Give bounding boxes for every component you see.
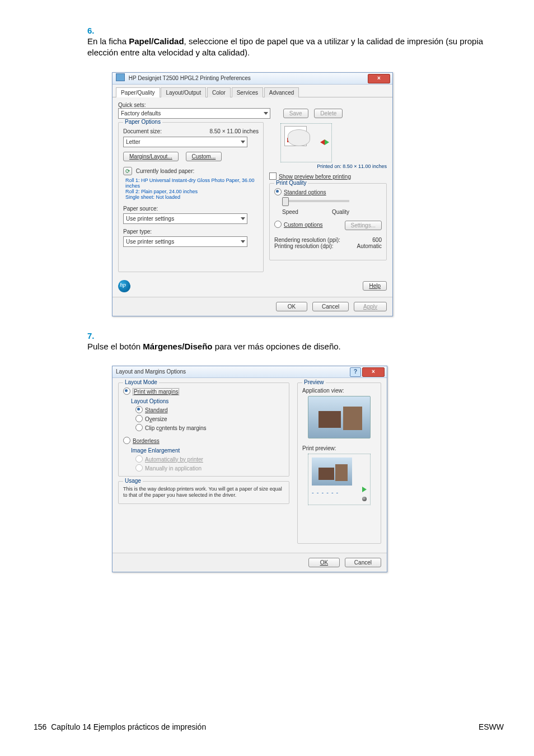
close-button-2[interactable]: × (362, 367, 385, 377)
currently-loaded-label: Currently loaded paper: (136, 168, 195, 174)
quick-sets-label: Quick sets: (118, 102, 387, 108)
close-button[interactable]: × (368, 74, 390, 83)
print-preview-image: - - - - - - (308, 454, 371, 505)
usage-group: Usage This is the way desktop printers w… (118, 481, 289, 504)
paper-type-label: Paper type: (123, 228, 259, 235)
quick-sets-dropdown[interactable]: Factory defaults (118, 108, 270, 119)
application-view-image (308, 396, 371, 438)
cancel-button-2[interactable]: Cancel (345, 558, 381, 567)
loaded-paper-list: Roll 1: HP Universal Instant-dry Gloss P… (125, 178, 259, 200)
cancel-button[interactable]: Cancel (312, 302, 349, 311)
roll-icon (362, 497, 367, 501)
document-size-value: 8.50 × 11.00 inches (209, 128, 259, 134)
dialog1-title: HP Designjet T2500 HPGL2 Printing Prefer… (129, 75, 251, 81)
borderless-label: Borderless (133, 438, 160, 444)
standard-options-label: Standard options (284, 189, 326, 195)
standard-options-radio[interactable] (274, 188, 282, 195)
print-quality-label: Print Quality (274, 180, 308, 186)
help-button[interactable]: Help (363, 281, 387, 291)
rendering-res-label: Rendering resolution (ppi): (274, 237, 340, 243)
show-preview-checkbox[interactable] (269, 172, 277, 180)
layout-mode-label: Layout Mode (123, 379, 159, 385)
layout-options-label: Layout Options (131, 398, 284, 404)
paper-source-dropdown[interactable]: Use printer settings (123, 213, 247, 224)
layout-margins-dialog: Layout and Margins Options ? × Layout Mo… (112, 366, 387, 572)
dialog1-tabs: Paper/Quality Layout/Output Color Servic… (113, 85, 392, 97)
delete-button[interactable]: Delete (314, 109, 343, 118)
custom-button[interactable]: Custom... (186, 152, 222, 161)
refresh-loaded-paper-button[interactable]: ⟳ (123, 167, 132, 175)
page-preview (280, 123, 332, 162)
auto-by-printer-label: Automatically by printer (145, 456, 203, 463)
tab-services[interactable]: Services (232, 87, 263, 97)
speed-label: Speed (282, 209, 298, 215)
document-size-dropdown[interactable]: Letter (123, 137, 247, 147)
tab-layout-output[interactable]: Layout/Output (161, 87, 206, 97)
print-with-margins-radio[interactable] (123, 388, 130, 395)
print-with-margins-label: Print with margins (133, 388, 179, 395)
print-quality-group: Print Quality Standard options Speed Qua… (269, 183, 387, 260)
refresh-icon: ⟳ (125, 168, 130, 174)
dialog2-titlebar[interactable]: Layout and Margins Options ? × (113, 366, 387, 378)
hp-logo-icon (118, 280, 130, 292)
printed-on-label: Printed on: 8.50 × 11.00 inches (269, 164, 387, 169)
step-6: 6. En la ficha Papel/Calidad, seleccione… (87, 26, 506, 59)
dialog2-title: Layout and Margins Options (116, 368, 186, 375)
paper-source-label: Paper source: (123, 206, 259, 212)
clip-contents-radio[interactable] (135, 424, 143, 431)
help-icon[interactable]: ? (350, 367, 361, 377)
application-view-label: Application view: (302, 388, 376, 394)
printer-icon (116, 73, 125, 81)
preview-group: Preview Application view: Print preview:… (297, 382, 381, 544)
arrow-icon (325, 139, 329, 145)
save-button[interactable]: Save (283, 109, 308, 118)
manual-in-app-radio (135, 464, 143, 472)
show-preview-label: Show preview before printing (279, 174, 351, 180)
apply-button[interactable]: Apply (354, 302, 387, 311)
settings-button[interactable]: Settings... (345, 221, 382, 230)
tab-advanced[interactable]: Advanced (264, 87, 299, 97)
clip-contents-label: Clip contents by margins (145, 425, 207, 431)
step-7: 7. Pulse el botón Márgenes/Diseño para v… (87, 331, 506, 352)
document-size-label: Document size: (123, 128, 162, 134)
tab-color[interactable]: Color (207, 87, 231, 97)
standard-label: Standard (145, 407, 168, 413)
quality-slider[interactable] (282, 200, 349, 202)
tab-paper-quality[interactable]: Paper/Quality (116, 87, 160, 97)
quality-label: Quality (332, 209, 349, 215)
step-6-text: En la ficha Papel/Calidad, seleccione el… (87, 36, 496, 59)
ok-button-2[interactable]: OK (308, 558, 340, 567)
standard-radio[interactable] (135, 406, 143, 413)
paper-options-group: Paper Options Document size: 8.50 × 11.0… (118, 122, 264, 272)
ok-button[interactable]: OK (276, 302, 307, 311)
rendering-res-value: 600 (372, 237, 382, 243)
auto-by-printer-radio (135, 455, 143, 463)
preview-label: Preview (302, 379, 326, 385)
arrow-icon-2 (362, 487, 367, 492)
dialog1-titlebar[interactable]: HP Designjet T2500 HPGL2 Printing Prefer… (113, 73, 392, 85)
printing-preferences-dialog: HP Designjet T2500 HPGL2 Printing Prefer… (112, 72, 393, 316)
step-7-text: Pulse el botón Márgenes/Diseño para ver … (87, 341, 496, 352)
usage-label: Usage (123, 478, 143, 484)
step-6-number: 6. (87, 26, 104, 35)
step-7-number: 7. (87, 331, 104, 340)
image-enlargement-label: Image Enlargement (131, 447, 284, 454)
margins-layout-button[interactable]: Margins/Layout... (123, 152, 179, 161)
page-footer-right: ESWW (479, 722, 504, 731)
layout-mode-group: Layout Mode Print with margins Layout Op… (118, 382, 289, 477)
borderless-radio[interactable] (123, 437, 130, 444)
paper-type-dropdown[interactable]: Use printer settings (123, 236, 247, 247)
oversize-radio[interactable] (135, 415, 143, 422)
oversize-label: Oversize (145, 416, 167, 422)
usage-text: This is the way desktop printers work. Y… (123, 486, 284, 499)
print-preview-label: Print preview: (302, 445, 376, 451)
quick-sets-row: Quick sets: Factory defaults Save Delete (118, 102, 387, 119)
custom-options-radio[interactable] (274, 221, 282, 228)
printing-res-value: Automatic (357, 243, 382, 249)
paper-options-label: Paper Options (123, 119, 162, 125)
custom-options-label: Custom options (284, 222, 322, 228)
manual-in-app-label: Manually in application (145, 465, 202, 472)
printing-res-label: Printing resolution (dpi): (274, 243, 334, 249)
page-footer-left: 156 Capítulo 14 Ejemplos prácticos de im… (34, 722, 206, 731)
